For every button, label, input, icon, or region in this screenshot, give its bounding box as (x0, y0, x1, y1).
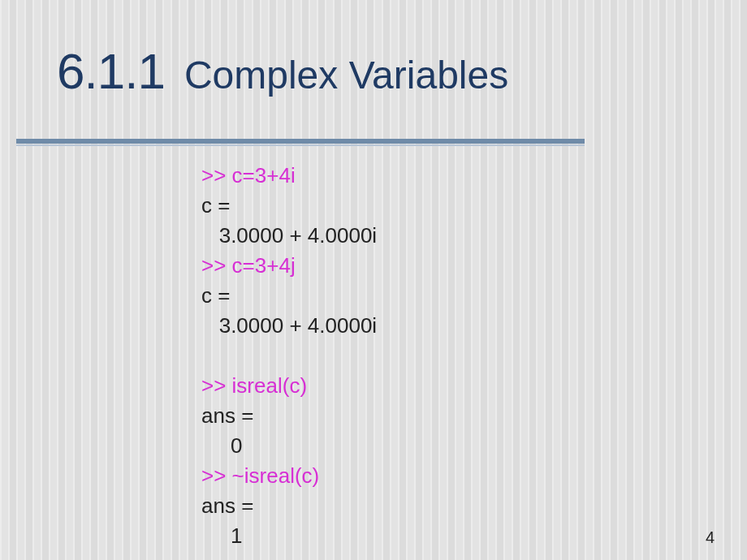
code-output-line: c = (201, 281, 377, 311)
slide: 6.1.1Complex Variables >> c=3+4ic = 3.00… (0, 0, 747, 560)
code-output-line: 3.0000 + 4.0000i (201, 221, 377, 251)
code-output-line: 3.0000 + 4.0000i (201, 311, 377, 341)
section-number: 6.1.1 (57, 43, 165, 99)
horizontal-rule (16, 139, 585, 144)
code-output-line: 1 (201, 521, 377, 551)
code-prompt-line: >> c=3+4i (201, 161, 377, 191)
code-prompt-line: >> isreal(c) (201, 371, 377, 401)
code-output-line: ans = (201, 491, 377, 521)
section-title-text: Complex Variables (184, 54, 508, 97)
code-prompt-line: >> ~isreal(c) (201, 461, 377, 491)
code-blank-line (201, 341, 377, 371)
code-output-line: 0 (201, 431, 377, 461)
page-number: 4 (706, 528, 715, 547)
code-output-line: ans = (201, 401, 377, 431)
code-output-line: c = (201, 191, 377, 221)
code-block: >> c=3+4ic = 3.0000 + 4.0000i>> c=3+4jc … (201, 161, 377, 551)
code-prompt-line: >> c=3+4j (201, 251, 377, 281)
slide-title: 6.1.1Complex Variables (57, 42, 508, 100)
